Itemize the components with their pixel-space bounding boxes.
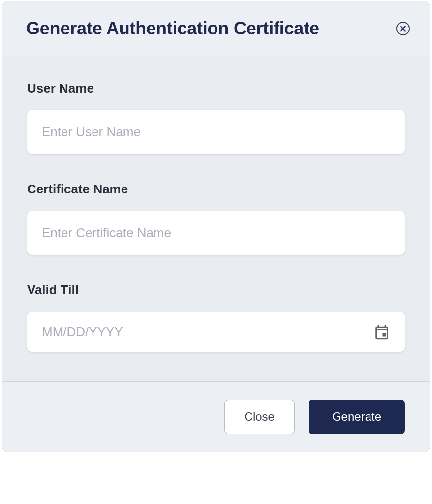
validtill-input[interactable] <box>42 321 365 345</box>
generate-auth-certificate-dialog: Generate Authentication Certificate User… <box>2 1 430 452</box>
close-icon[interactable] <box>396 22 410 35</box>
dialog-footer: Close Generate <box>2 381 430 452</box>
dialog-title: Generate Authentication Certificate <box>26 18 319 39</box>
dialog-header: Generate Authentication Certificate <box>2 1 430 56</box>
certname-input-card <box>27 211 405 255</box>
username-label: User Name <box>27 81 405 96</box>
validtill-label: Valid Till <box>27 283 405 298</box>
username-input[interactable] <box>42 122 390 145</box>
certname-field-group: Certificate Name <box>27 182 405 255</box>
calendar-icon[interactable] <box>373 323 390 341</box>
certname-input[interactable] <box>42 222 390 246</box>
close-button[interactable]: Close <box>224 400 295 434</box>
validtill-field-group: Valid Till <box>27 283 405 352</box>
dialog-body: User Name Certificate Name Valid Till <box>2 56 430 381</box>
username-field-group: User Name <box>27 81 405 154</box>
certname-label: Certificate Name <box>27 182 405 197</box>
validtill-input-card <box>27 312 405 352</box>
svg-rect-2 <box>382 333 386 336</box>
username-input-card <box>27 110 405 154</box>
generate-button[interactable]: Generate <box>309 400 405 434</box>
